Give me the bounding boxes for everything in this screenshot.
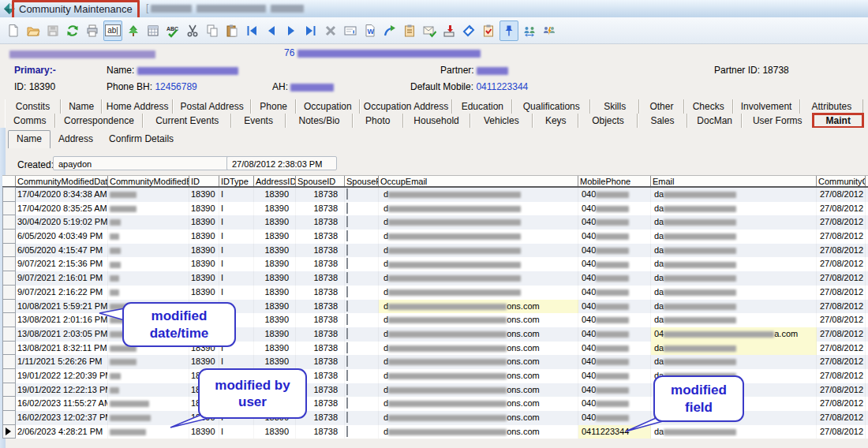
cell-mobile-phone[interactable]: 040 xyxy=(578,244,651,258)
cell-occup-email[interactable]: dons.com xyxy=(379,383,578,398)
cell-mobile-phone[interactable]: 040 xyxy=(578,397,651,411)
cell-spouse-flag[interactable] xyxy=(345,411,379,425)
cell-occup-email[interactable]: d xyxy=(379,202,578,216)
cell-spouse-id[interactable]: 18738 xyxy=(296,188,345,202)
cell-community-created[interactable]: 27/08/2012 2 xyxy=(817,397,866,411)
cell-community-created[interactable]: 27/08/2012 2 xyxy=(817,188,866,202)
cell-email[interactable]: da xyxy=(651,425,817,439)
cell-address-id[interactable]: 18390 xyxy=(254,202,296,216)
cell-email[interactable]: da xyxy=(651,286,817,300)
cell-modified-date[interactable]: 6/05/2020 4:03:49 PM xyxy=(16,230,108,244)
cell-idtype[interactable]: I xyxy=(219,355,254,369)
cell-modified-date[interactable]: 6/05/2020 4:15:47 PM xyxy=(16,244,108,258)
view-tree-icon[interactable] xyxy=(125,21,142,40)
table-row[interactable]: 17/04/2020 8:35:25 AM18390I1839018738d04… xyxy=(2,202,868,216)
cell-spouse-flag[interactable] xyxy=(345,300,379,314)
cell-id[interactable]: 18390 xyxy=(189,257,219,271)
sync-contacts-icon[interactable] xyxy=(521,21,538,40)
cell-modified-by[interactable] xyxy=(108,230,189,244)
spouse-flag-checkbox[interactable] xyxy=(346,245,348,256)
cell-modified-by[interactable] xyxy=(108,244,189,258)
cell-community-created[interactable]: 27/08/2012 2 xyxy=(817,383,866,398)
table-row[interactable]: 1/11/2021 5:26:26 PM18390I1839018738dons… xyxy=(2,355,868,369)
row-selector[interactable] xyxy=(2,354,16,369)
cell-occup-email[interactable]: d xyxy=(379,215,578,230)
cell-modified-by[interactable] xyxy=(108,202,189,216)
grid-header-mobilephone[interactable]: MobilePhone xyxy=(578,176,651,186)
cell-address-id[interactable]: 18390 xyxy=(254,215,296,230)
cell-email[interactable]: da xyxy=(651,355,817,369)
spouse-flag-checkbox[interactable] xyxy=(346,398,348,409)
cell-modified-date[interactable]: 13/08/2021 8:32:11 PM xyxy=(16,342,108,356)
tab-notes-bio[interactable]: Notes/Bio xyxy=(286,114,353,128)
cell-spouse-id[interactable]: 18738 xyxy=(296,313,345,327)
tab-vehicles[interactable]: Vehicles xyxy=(470,114,533,128)
cell-spouse-flag[interactable] xyxy=(345,355,379,369)
cell-spouse-id[interactable]: 18738 xyxy=(296,271,345,286)
cell-community-created[interactable]: 27/08/2012 2 xyxy=(817,244,866,258)
cell-spouse-flag[interactable] xyxy=(345,188,379,202)
previous-record-icon[interactable] xyxy=(263,21,280,40)
cell-spouse-flag[interactable] xyxy=(345,215,379,230)
spouse-flag-checkbox[interactable] xyxy=(346,314,348,325)
cell-mobile-phone[interactable]: 040 xyxy=(578,230,651,244)
tab-keys[interactable]: Keys xyxy=(533,114,578,128)
cell-email[interactable]: da xyxy=(651,271,817,286)
row-selector[interactable] xyxy=(2,396,16,411)
delete-icon[interactable] xyxy=(322,21,339,40)
cell-spouse-id[interactable]: 18738 xyxy=(296,202,345,216)
cell-community-created[interactable]: 27/08/2012 2 xyxy=(817,215,866,230)
row-selector[interactable] xyxy=(2,383,16,398)
cell-spouse-flag[interactable] xyxy=(345,271,379,286)
cell-spouse-flag[interactable] xyxy=(345,342,379,356)
cell-occup-email[interactable]: dons.com xyxy=(379,411,578,425)
cell-modified-by[interactable] xyxy=(108,355,189,369)
row-selector[interactable] xyxy=(2,285,16,300)
cell-occup-email[interactable]: d xyxy=(379,286,578,300)
tab-postal-address[interactable]: Postal Address xyxy=(173,99,251,114)
table-row[interactable]: 9/07/2021 2:16:22 PM18390I1839018738d040… xyxy=(2,286,868,300)
spouse-flag-checkbox[interactable] xyxy=(346,426,348,437)
cell-spouse-id[interactable]: 18738 xyxy=(296,355,345,369)
cell-mobile-phone[interactable]: 040 xyxy=(578,355,651,369)
table-row[interactable]: 30/04/2020 5:19:02 PM18390I1839018738d04… xyxy=(2,215,868,230)
cell-mobile-phone[interactable]: 040 xyxy=(578,257,651,271)
cell-modified-by[interactable] xyxy=(108,425,189,439)
cell-modified-by[interactable] xyxy=(108,286,189,300)
open-icon[interactable] xyxy=(24,21,42,40)
tab-phone[interactable]: Phone xyxy=(251,99,296,114)
cell-spouse-id[interactable]: 18738 xyxy=(296,300,345,314)
spouse-flag-checkbox[interactable] xyxy=(346,189,348,200)
cell-address-id[interactable]: 18390 xyxy=(254,355,296,369)
row-selector[interactable] xyxy=(2,271,16,286)
cell-occup-email[interactable]: dons.com xyxy=(379,313,578,327)
grid-header-addressid[interactable]: AddressID xyxy=(254,176,296,186)
paste-icon[interactable] xyxy=(223,21,241,40)
tab-name[interactable]: Name xyxy=(61,99,102,114)
tab-home-address[interactable]: Home Address xyxy=(102,99,173,114)
cell-modified-by[interactable] xyxy=(108,383,189,398)
cell-modified-date[interactable]: 19/01/2022 12:22:13 PM xyxy=(16,383,108,398)
created-datetime-field[interactable]: 27/08/2012 2:38:03 PM xyxy=(226,156,337,170)
cell-email[interactable]: 04a.com xyxy=(651,327,817,342)
cell-occup-email[interactable]: dons.com xyxy=(379,397,578,411)
cell-spouse-flag[interactable] xyxy=(345,383,379,398)
copy-icon[interactable] xyxy=(204,21,221,40)
cell-spouse-flag[interactable] xyxy=(345,244,379,258)
cell-occup-email[interactable]: d xyxy=(379,244,578,258)
tab-user-forms[interactable]: User Forms xyxy=(742,114,813,128)
cell-community-created[interactable]: 27/08/2012 2 xyxy=(817,369,866,383)
cell-community-created[interactable]: 27/08/2012 2 xyxy=(817,327,866,342)
grid-header-communitycr[interactable]: CommunityCr xyxy=(817,176,866,186)
cut-icon[interactable] xyxy=(184,21,201,40)
cell-modified-date[interactable]: 2/06/2023 4:28:21 PM xyxy=(16,425,108,439)
cell-email[interactable]: da xyxy=(651,202,817,216)
cell-spouse-id[interactable]: 18738 xyxy=(296,257,345,271)
clipboard-tasks-icon[interactable] xyxy=(401,21,418,40)
cell-modified-date[interactable]: 10/08/2021 5:59:21 PM xyxy=(16,300,108,314)
spouse-flag-checkbox[interactable] xyxy=(346,203,348,214)
cell-modified-date[interactable]: 9/07/2021 2:16:22 PM xyxy=(16,286,108,300)
cell-occup-email[interactable]: dons.com xyxy=(379,342,578,356)
memo-icon[interactable] xyxy=(342,21,359,40)
grid-header-occupemail[interactable]: OccupEmail xyxy=(379,176,578,186)
